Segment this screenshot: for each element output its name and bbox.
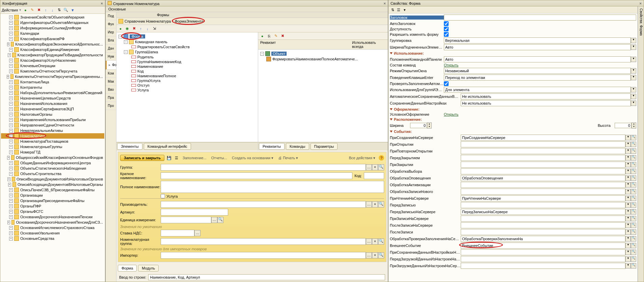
prop-group-header[interactable]: События: — [389, 129, 637, 134]
tab-elements[interactable]: Элементы — [117, 143, 142, 150]
create-based-menu[interactable]: Создать на основании ▾ — [231, 155, 275, 161]
collapse-icon[interactable]: − — [124, 50, 128, 54]
dropdown-button[interactable]: ▼ — [625, 236, 631, 242]
tree-item-31[interactable]: +ОписиИсходящихДокументовВНалоговыеОрган… — [1, 182, 104, 187]
filter-props-icon[interactable]: ▾ — [402, 7, 407, 12]
lookup-button[interactable]: 🔍 — [631, 209, 636, 215]
tree-item-21[interactable]: +НематериальныеАктивы — [1, 128, 104, 133]
find-icon[interactable]: 🔍 — [63, 7, 69, 13]
dropdown-button[interactable]: ▼ — [625, 196, 631, 201]
prop-link[interactable]: Открыть — [444, 112, 458, 116]
lookup-button[interactable]: 🔍 — [631, 250, 636, 255]
clear-button[interactable]: × — [372, 252, 378, 258]
lookup-button[interactable]: 🔍 — [631, 196, 636, 201]
expand-icon[interactable]: + — [9, 150, 13, 154]
tree-item-11[interactable]: +КомплектыОтчетностиПерсучетаПрисоединен… — [1, 74, 104, 79]
tree-item-13[interactable]: +Контрагенты — [1, 85, 104, 90]
prop-value[interactable]: Авто — [444, 56, 631, 62]
field-input[interactable] — [161, 181, 384, 193]
prop-value[interactable]: Переход по элементам — [444, 75, 631, 81]
lookup-button[interactable]: 🔍 — [631, 216, 636, 221]
elem-field[interactable]: Отступ — [118, 83, 257, 88]
expand-icon[interactable]: + — [9, 167, 13, 170]
expand-icon[interactable]: + — [8, 53, 11, 57]
tree-item-37[interactable]: +ОснованияДосрочногоНазначенияПенсии — [1, 214, 104, 220]
section-tab-Дан[interactable]: Дан — [106, 45, 116, 53]
expand-icon[interactable]: ⇲ — [152, 26, 157, 31]
collapse-icon[interactable] — [390, 52, 393, 54]
clear-button[interactable]: × — [372, 238, 378, 245]
print-menu[interactable]: 🖨 Печать ▾ — [277, 155, 299, 161]
elements-tree[interactable]: −Форма−Командная панельРедактироватьСост… — [116, 32, 258, 142]
save-close-button[interactable]: Записать и закрыть — [120, 155, 164, 161]
dropdown-button[interactable]: ▼ — [625, 182, 631, 188]
properties-list[interactable]: ЗаголовокАвтоЗаголовокДоступностьРазреши… — [388, 13, 638, 282]
prop-value[interactable] — [461, 155, 625, 161]
tree-item-41[interactable]: +ОсновныеСредства — [1, 236, 104, 241]
tree-item-33[interactable]: +Организации — [1, 193, 104, 198]
elem-field[interactable]: Код — [118, 69, 257, 74]
elem-group[interactable]: −ГруппаШапка — [118, 49, 257, 55]
category-icon[interactable]: ☰ — [396, 7, 401, 12]
expand-icon[interactable]: + — [9, 69, 13, 73]
expand-icon[interactable]: + — [9, 210, 13, 214]
prop-value[interactable]: Вертикальная — [444, 37, 631, 44]
expand-icon[interactable]: + — [7, 75, 9, 79]
expand-icon[interactable]: + — [9, 215, 13, 219]
section-tab-Вво[interactable]: Вво — [106, 86, 116, 94]
tree-item-25[interactable]: +НомераГТД — [1, 149, 104, 155]
expand-icon[interactable]: + — [9, 37, 13, 41]
req-object-row[interactable]: − Объект — [260, 51, 386, 56]
expand-icon[interactable]: + — [9, 26, 13, 30]
expand-icon[interactable]: + — [9, 237, 13, 241]
prop-group-header[interactable]: Оформление: — [389, 107, 637, 112]
tree-item-32[interactable]: +ОписьПачекСЗВ_6ПрисоединенныеФайлы — [1, 187, 104, 193]
tree-item-24[interactable]: +НоменклатурныеГруппы — [1, 144, 104, 149]
prop-value[interactable] — [461, 162, 625, 168]
tab-commands[interactable]: Команды — [286, 143, 309, 150]
down-icon[interactable]: ↓ — [50, 7, 55, 13]
dots-button[interactable]: … — [211, 217, 217, 223]
section-tab-Мак[interactable]: Мак — [106, 78, 116, 86]
tree-item-0[interactable]: +ЗначенияСвойствОбъектовИерархия — [1, 15, 104, 20]
prop-value[interactable] — [461, 141, 625, 147]
tree-item-10[interactable]: +КомплектыОтчетностиПерсучета — [1, 68, 104, 74]
section-tab-Под[interactable]: Под — [106, 12, 116, 20]
lookup-button[interactable]: 🔍 — [378, 252, 384, 258]
expand-icon[interactable]: + — [8, 183, 11, 187]
expand-icon[interactable]: + — [9, 107, 13, 111]
expand-icon[interactable]: + — [7, 221, 10, 224]
tree-item-17[interactable]: +НазначенияСертификатовЭЦП — [1, 106, 104, 112]
expand-icon[interactable]: + — [9, 226, 13, 230]
width-spinner[interactable]: ▲▼ — [427, 122, 432, 129]
section-tab-Нум[interactable]: Нум — [106, 53, 116, 61]
expand-icon[interactable]: + — [9, 91, 13, 95]
clear-button[interactable]: × — [372, 164, 378, 170]
dropdown-button[interactable]: ▼ — [625, 162, 631, 167]
lookup-button[interactable]: 🔍 — [378, 164, 384, 170]
expand-icon[interactable]: + — [7, 156, 10, 160]
tree-item-7[interactable]: +КлассификаторПродукцииПоВидамДеятельнос… — [1, 52, 104, 58]
delete-icon[interactable]: ✖ — [36, 7, 42, 13]
tab-module[interactable]: Модуль — [138, 265, 159, 272]
expand-icon[interactable]: + — [7, 177, 10, 181]
elem-group[interactable]: −Командная панель — [118, 39, 257, 45]
dots-button[interactable]: … — [366, 252, 372, 258]
service-checkbox[interactable] — [161, 194, 165, 198]
tab-requisites[interactable]: Реквизиты — [259, 143, 285, 150]
elem-field[interactable]: ГруппаУслуга — [118, 78, 257, 83]
prop-value[interactable] — [461, 222, 625, 228]
reports-menu[interactable]: Отчеты... — [210, 155, 229, 161]
width-input[interactable] — [410, 123, 427, 128]
dropdown-button[interactable]: ▼ — [625, 223, 631, 228]
prop-group-header[interactable]: Использование: — [389, 51, 637, 56]
expand-icon[interactable]: + — [9, 129, 13, 133]
dropdown-button[interactable]: ▼ — [625, 209, 631, 215]
dropdown-button[interactable]: ▼ — [631, 45, 636, 50]
dropdown-button[interactable]: ▼ — [625, 148, 631, 154]
prop-checkbox[interactable] — [444, 27, 449, 31]
field-input[interactable] — [161, 252, 366, 259]
lookup-button[interactable]: 🔍 — [631, 256, 636, 262]
height-input[interactable] — [615, 123, 632, 128]
tree-item-16[interactable]: +НазначенияИспользования — [1, 101, 104, 106]
